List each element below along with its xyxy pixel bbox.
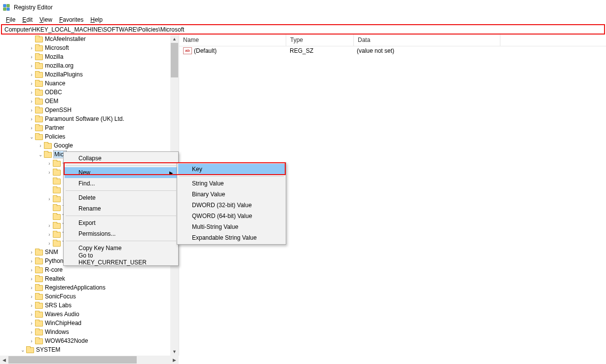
chevron-right-icon[interactable]: ›: [28, 63, 35, 69]
tree-item[interactable]: ›Paramount Software (UK) Ltd.: [0, 114, 170, 123]
value-data: (value not set): [353, 47, 499, 54]
tree-item[interactable]: ⌄Policies: [0, 132, 170, 141]
ctx-goto[interactable]: Go to HKEY_CURRENT_USER: [65, 254, 177, 264]
tree-item[interactable]: ›OEM: [0, 97, 170, 106]
ctx-permissions[interactable]: Permissions...: [65, 228, 177, 239]
folder-icon: [44, 142, 52, 149]
chevron-right-icon[interactable]: ›: [28, 250, 35, 255]
tree-item[interactable]: ›OpenSSH: [0, 106, 170, 114]
chevron-right-icon[interactable]: ›: [28, 72, 35, 77]
ctx-new-qword[interactable]: QWORD (64-bit) Value: [178, 211, 285, 221]
chevron-right-icon[interactable]: ›: [28, 45, 35, 51]
chevron-right-icon[interactable]: ›: [28, 329, 35, 335]
column-name[interactable]: Name: [179, 35, 286, 46]
menu-edit[interactable]: Edit: [19, 16, 36, 24]
ctx-new-expandable[interactable]: Expandable String Value: [178, 232, 285, 243]
chevron-right-icon[interactable]: ›: [28, 267, 35, 273]
chevron-down-icon[interactable]: ⌄: [28, 134, 35, 140]
ctx-new-dword[interactable]: DWORD (32-bit) Value: [178, 200, 285, 211]
chevron-right-icon[interactable]: ›: [28, 125, 35, 131]
ctx-export[interactable]: Export: [65, 218, 177, 228]
menu-help[interactable]: Help: [87, 16, 106, 24]
ctx-new-string[interactable]: String Value: [178, 178, 285, 189]
address-input[interactable]: [3, 26, 603, 34]
tree-item[interactable]: ›ODBC: [0, 88, 170, 97]
chevron-right-icon[interactable]: ›: [28, 321, 35, 326]
chevron-right-icon[interactable]: ›: [46, 161, 53, 166]
chevron-right-icon[interactable]: ›: [28, 294, 35, 299]
tree-item[interactable]: ›Realtek: [0, 274, 170, 283]
tree-item[interactable]: ›mozilla.org: [0, 61, 170, 70]
chevron-right-icon[interactable]: ›: [28, 54, 35, 60]
tree-item[interactable]: ›WinChipHead: [0, 319, 170, 328]
chevron-right-icon[interactable]: ›: [28, 99, 35, 104]
tree-item[interactable]: ›R-core: [0, 265, 170, 274]
chevron-right-icon[interactable]: ›: [46, 241, 53, 246]
scroll-thumb[interactable]: [171, 43, 178, 77]
tree-item[interactable]: ›Google: [0, 141, 170, 150]
tree-hscroll[interactable]: ◀ ▶: [0, 356, 179, 364]
tree-item[interactable]: ›WOW6432Node: [0, 336, 170, 345]
chevron-right-icon[interactable]: ›: [46, 170, 53, 175]
ctx-delete[interactable]: Delete: [65, 192, 177, 203]
ctx-new-key[interactable]: Key: [178, 164, 285, 175]
folder-icon: [35, 98, 43, 105]
chevron-right-icon[interactable]: ›: [28, 276, 35, 282]
svg-rect-1: [7, 4, 9, 7]
chevron-right-icon[interactable]: ›: [28, 116, 35, 122]
folder-icon: [53, 160, 61, 167]
ctx-find[interactable]: Find...: [65, 178, 177, 189]
ctx-rename[interactable]: Rename: [65, 203, 177, 214]
scroll-down-icon[interactable]: ▼: [170, 347, 179, 356]
folder-icon: [35, 266, 43, 273]
tree-item[interactable]: ›Microsoft: [0, 43, 170, 52]
hscroll-thumb[interactable]: [8, 356, 137, 364]
scroll-left-icon[interactable]: ◀: [0, 356, 8, 364]
column-data[interactable]: Data: [354, 35, 500, 46]
tree-item[interactable]: ›SonicFocus: [0, 292, 170, 301]
tree-item[interactable]: ›Partner: [0, 123, 170, 132]
tree-item-label: Partner: [45, 124, 64, 131]
tree-item-label: Paramount Software (UK) Ltd.: [45, 115, 124, 122]
folder-icon: [53, 195, 61, 202]
chevron-right-icon[interactable]: ›: [46, 232, 53, 237]
ctx-new[interactable]: New▶: [65, 167, 177, 178]
folder-icon: [35, 89, 43, 96]
folder-icon: [35, 80, 43, 87]
scroll-right-icon[interactable]: ▶: [170, 356, 179, 364]
chevron-right-icon[interactable]: ›: [46, 223, 53, 228]
tree-item-label: mozilla.org: [45, 62, 74, 69]
chevron-right-icon[interactable]: ›: [28, 285, 35, 291]
tree-item[interactable]: ⌄SYSTEM: [0, 345, 170, 354]
chevron-right-icon[interactable]: ›: [28, 81, 35, 86]
tree-item[interactable]: ›Nuance: [0, 79, 170, 88]
tree-item[interactable]: McAfeeInstaller: [0, 35, 170, 43]
ctx-collapse[interactable]: Collapse: [65, 153, 177, 164]
chevron-right-icon[interactable]: ›: [37, 143, 44, 148]
chevron-right-icon[interactable]: ›: [28, 108, 35, 113]
menu-view[interactable]: View: [37, 16, 55, 24]
tree-item[interactable]: ›MozillaPlugins: [0, 70, 170, 79]
chevron-down-icon[interactable]: ⌄: [19, 347, 26, 353]
chevron-right-icon[interactable]: ›: [28, 303, 35, 308]
ctx-new-binary[interactable]: Binary Value: [178, 189, 285, 200]
value-row[interactable]: ab(Default)REG_SZ(value not set): [179, 46, 606, 56]
menu-file[interactable]: File: [3, 16, 18, 24]
chevron-right-icon[interactable]: ›: [46, 196, 53, 202]
chevron-right-icon[interactable]: ›: [28, 338, 35, 344]
chevron-down-icon[interactable]: ⌄: [37, 152, 44, 157]
tree-item[interactable]: ›Mozilla: [0, 52, 170, 61]
chevron-right-icon[interactable]: ›: [28, 258, 35, 264]
tree-item[interactable]: ›Waves Audio: [0, 310, 170, 319]
menu-favorites[interactable]: Favorites: [56, 16, 86, 24]
tree-item-label: R-core: [45, 266, 63, 273]
chevron-right-icon[interactable]: ›: [28, 90, 35, 95]
address-bar: [1, 24, 605, 35]
ctx-new-multistring[interactable]: Multi-String Value: [178, 221, 285, 232]
tree-item[interactable]: ›SRS Labs: [0, 301, 170, 310]
column-type[interactable]: Type: [286, 35, 354, 46]
tree-item[interactable]: ›RegisteredApplications: [0, 283, 170, 292]
chevron-right-icon[interactable]: ›: [28, 312, 35, 317]
tree-item[interactable]: ›Windows: [0, 328, 170, 336]
scroll-up-icon[interactable]: ▲: [170, 35, 179, 43]
